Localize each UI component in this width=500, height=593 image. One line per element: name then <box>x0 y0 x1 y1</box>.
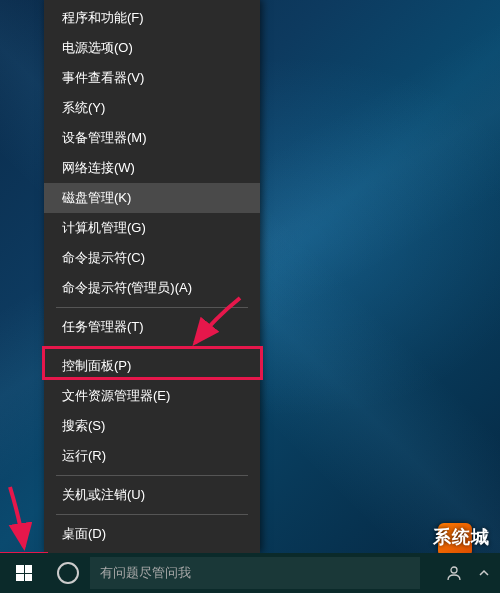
cortana-icon <box>57 562 79 584</box>
menu-separator <box>56 307 248 308</box>
menu-network-connections[interactable]: 网络连接(W) <box>44 153 260 183</box>
start-button[interactable] <box>0 553 48 593</box>
menu-programs-features[interactable]: 程序和功能(F) <box>44 3 260 33</box>
cortana-button[interactable] <box>48 553 88 593</box>
taskbar: 有问题尽管问我 <box>0 553 500 593</box>
menu-task-manager[interactable]: 任务管理器(T) <box>44 312 260 342</box>
taskbar-search-input[interactable]: 有问题尽管问我 <box>90 557 420 589</box>
tray-people-icon[interactable] <box>446 565 462 581</box>
svg-point-0 <box>451 567 457 573</box>
menu-command-prompt[interactable]: 命令提示符(C) <box>44 243 260 273</box>
watermark-text: 系统城 <box>433 525 490 549</box>
menu-shutdown-signout[interactable]: 关机或注销(U) <box>44 480 260 510</box>
menu-system[interactable]: 系统(Y) <box>44 93 260 123</box>
menu-separator <box>56 346 248 347</box>
tray-chevron-up-icon[interactable] <box>476 565 492 581</box>
menu-desktop[interactable]: 桌面(D) <box>44 519 260 549</box>
menu-event-viewer[interactable]: 事件查看器(V) <box>44 63 260 93</box>
windows-logo-icon <box>16 565 32 581</box>
menu-file-explorer[interactable]: 文件资源管理器(E) <box>44 381 260 411</box>
menu-separator <box>56 514 248 515</box>
system-tray <box>438 553 500 593</box>
menu-separator <box>56 475 248 476</box>
menu-search[interactable]: 搜索(S) <box>44 411 260 441</box>
menu-disk-management[interactable]: 磁盘管理(K) <box>44 183 260 213</box>
menu-computer-management[interactable]: 计算机管理(G) <box>44 213 260 243</box>
winx-context-menu: 程序和功能(F)电源选项(O)事件查看器(V)系统(Y)设备管理器(M)网络连接… <box>44 0 260 553</box>
menu-run[interactable]: 运行(R) <box>44 441 260 471</box>
menu-control-panel[interactable]: 控制面板(P) <box>44 351 260 381</box>
menu-command-prompt-admin[interactable]: 命令提示符(管理员)(A) <box>44 273 260 303</box>
menu-power-options[interactable]: 电源选项(O) <box>44 33 260 63</box>
search-placeholder-text: 有问题尽管问我 <box>100 564 191 582</box>
menu-device-manager[interactable]: 设备管理器(M) <box>44 123 260 153</box>
